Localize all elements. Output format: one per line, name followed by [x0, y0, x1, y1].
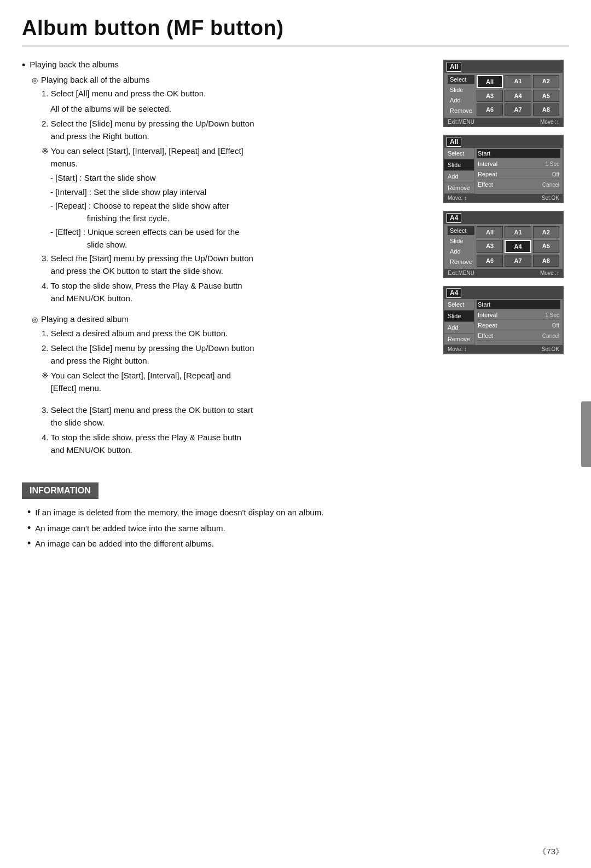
cam3-body: Select Slide Add Remove All A1 A2 A3 A4 …: [444, 224, 563, 269]
sub-section-desired-title: Playing a desired album: [41, 314, 129, 324]
cam2-slide: Slide: [444, 159, 474, 171]
cam4-move: Move: ↕: [448, 346, 467, 352]
camera-ui-column: All Select Slide Add Remove All A1 A2 A3…: [443, 60, 569, 466]
cam3-exit: Exit:MENU: [448, 270, 474, 276]
cam4-start-label: Start: [478, 301, 490, 308]
cam3-cell-a4: A4: [505, 240, 531, 253]
section-playing-back: Playing back the albums ◎ Playing back a…: [22, 60, 432, 304]
step-2-2: 2. Select the [Slide] menu by pressing t…: [42, 342, 432, 367]
cam2-start-label: Start: [478, 150, 490, 157]
cam1-cell-a8: A8: [533, 104, 559, 116]
cam1-grid: All A1 A2 A3 A4 A5 A6 A7 A8: [477, 75, 559, 116]
cam4-options: Start Interval 1 Sec Repeat Off Effect C…: [474, 299, 563, 345]
section-main-bullet: Playing back the albums: [22, 60, 432, 72]
cam1-cell-a6: A6: [477, 104, 503, 116]
cam4-remove: Remove: [444, 334, 474, 345]
cam1-cell-all: All: [477, 75, 503, 88]
information-box: INFORMATION If an image is deleted from …: [22, 482, 569, 550]
scrollbar[interactable]: [581, 401, 591, 467]
cam1-menu-add: Add: [448, 96, 474, 105]
cam4-set: Set:OK: [542, 346, 559, 352]
circle-icon: ◎: [32, 75, 38, 86]
sub-section-title: Playing back all of the albums: [41, 75, 149, 84]
cam2-remove: Remove: [444, 182, 474, 194]
cam4-top: A4: [444, 287, 563, 299]
cam2-body: Select Slide Add Remove Start Interval 1…: [444, 148, 563, 194]
cam1-cell-a1: A1: [505, 75, 531, 88]
step-1-1-sub: All of the albums will be selected.: [50, 103, 432, 116]
cam2-repeat: Repeat Off: [477, 170, 560, 179]
step-2-3: 3. Select the [Start] menu and press the…: [42, 404, 432, 429]
cam3-cell-a2: A2: [533, 226, 559, 238]
cam2-repeat-value: Off: [552, 171, 559, 177]
camera-ui-3: A4 Select Slide Add Remove All A1 A2 A3 …: [443, 211, 564, 278]
page-title: Album button (MF button): [22, 16, 569, 47]
cam4-select: Select: [444, 299, 474, 311]
cam2-set: Set:OK: [542, 195, 559, 201]
cam3-grid: All A1 A2 A3 A4 A5 A6 A7 A8: [477, 226, 559, 267]
cam4-interval: Interval 1 Sec: [477, 311, 560, 320]
section-desired-album: ◎ Playing a desired album 1. Select a de…: [22, 314, 432, 394]
dash-interval: - [Interval] : Set the slide show play i…: [50, 186, 432, 199]
cam3-cell-a6: A6: [477, 255, 503, 267]
cam1-cell-a5: A5: [533, 90, 559, 102]
cam2-badge: All: [447, 137, 461, 147]
dash-effect: - [Effect] : Unique screen effects can b…: [50, 226, 432, 251]
cam4-interval-value: 1 Sec: [545, 312, 559, 318]
cam2-interval: Interval 1 Sec: [477, 159, 560, 169]
cam4-bottom: Move: ↕ Set:OK: [444, 345, 563, 353]
cam2-top: All: [444, 136, 563, 148]
cam2-effect: Effect Cancel: [477, 180, 560, 189]
cam4-start: Start: [477, 300, 560, 309]
info-bullet-1: If an image is deleted from the memory, …: [27, 507, 569, 519]
cam3-menu-add: Add: [448, 247, 474, 256]
cam3-bottom: Exit:MENU Move :↕: [444, 269, 563, 277]
camera-ui-4: A4 Select Slide Add Remove Start Interva…: [443, 286, 564, 354]
info-bullet-3: An image can be added into the different…: [27, 538, 569, 550]
cam4-repeat: Repeat Off: [477, 321, 560, 330]
cam2-effect-label: Effect: [478, 181, 493, 188]
cam4-add: Add: [444, 322, 474, 334]
note-1: You can select [Start], [Interval], [Rep…: [42, 145, 432, 170]
cam3-menu-remove: Remove: [448, 257, 474, 266]
dash-start: - [Start] : Start the slide show: [50, 172, 432, 185]
sub-section-desired: ◎ Playing a desired album: [32, 314, 432, 325]
section-steps-3-4: 3. Select the [Start] menu and press the…: [22, 404, 432, 456]
cam3-menu: Select Slide Add Remove: [448, 226, 474, 266]
cam1-cell-a3: A3: [477, 90, 503, 102]
cam2-add: Add: [444, 171, 474, 182]
cam2-bottom: Move: ↕ Set:OK: [444, 194, 563, 202]
step-2-1: 1. Select a desired album and press the …: [42, 327, 432, 340]
cam1-cell-a4: A4: [505, 90, 531, 102]
sub-section-all-albums: ◎ Playing back all of the albums: [32, 75, 432, 86]
step-2-4: 4. To stop the slide show, press the Pla…: [42, 432, 432, 456]
cam1-menu-select: Select: [448, 75, 474, 84]
cam3-menu-slide: Slide: [448, 237, 474, 245]
step-1-1: 1. Select [All] menu and press the OK bu…: [42, 88, 432, 100]
cam2-menu: Select Slide Add Remove: [444, 148, 474, 194]
cam3-badge: A4: [447, 213, 461, 223]
cam1-top: All: [444, 61, 563, 73]
cam1-menu-slide: Slide: [448, 85, 474, 94]
cam2-repeat-label: Repeat: [478, 171, 497, 177]
info-header: INFORMATION: [22, 482, 99, 499]
cam4-slide: Slide: [444, 311, 474, 322]
cam2-interval-value: 1 Sec: [545, 161, 559, 167]
cam3-cell-a8: A8: [533, 255, 559, 267]
cam4-menu: Select Slide Add Remove: [444, 299, 474, 345]
section-title: Playing back the albums: [30, 60, 119, 69]
cam3-top: A4: [444, 212, 563, 224]
cam1-bottom: Exit:MENU Move :↕: [444, 118, 563, 126]
cam4-effect-label: Effect: [478, 332, 493, 339]
text-column: Playing back the albums ◎ Playing back a…: [22, 60, 432, 466]
cam3-cell-a3: A3: [477, 240, 503, 253]
cam2-select: Select: [444, 148, 474, 159]
step-1-2: 2. Select the [Slide] menu by pressing t…: [42, 118, 432, 142]
dash-repeat: - [Repeat] : Choose to repeat the slide …: [50, 200, 432, 225]
camera-ui-1: All Select Slide Add Remove All A1 A2 A3…: [443, 60, 564, 127]
cam3-cell-a7: A7: [505, 255, 531, 267]
cam1-badge: All: [447, 62, 461, 72]
cam2-effect-value: Cancel: [542, 182, 559, 188]
cam4-body: Select Slide Add Remove Start Interval 1…: [444, 299, 563, 345]
cam1-exit: Exit:MENU: [448, 119, 474, 125]
